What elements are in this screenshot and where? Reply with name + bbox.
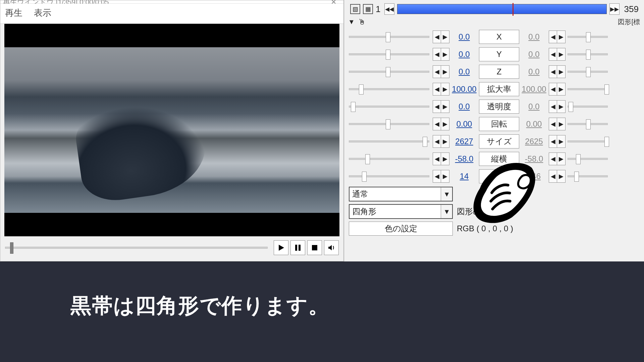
next-frame-button[interactable]: ▶▶: [609, 3, 620, 15]
stepper-right[interactable]: ◀ ▶: [549, 65, 566, 78]
stepper-left[interactable]: ◀ ▶: [433, 153, 449, 165]
param-value-right[interactable]: 100.00: [521, 84, 547, 94]
step-up-icon[interactable]: ▶: [557, 101, 565, 113]
step-down-icon[interactable]: ◀: [433, 135, 441, 147]
step-down-icon[interactable]: ◀: [549, 153, 557, 165]
param-slider-left[interactable]: [349, 158, 429, 160]
step-down-icon[interactable]: ◀: [549, 101, 557, 113]
param-slider-right[interactable]: [568, 175, 608, 177]
slider-thumb[interactable]: [365, 154, 370, 164]
slider-thumb[interactable]: [351, 102, 356, 112]
stepper-right[interactable]: ◀ ▶: [549, 31, 566, 43]
param-slider-left[interactable]: [349, 106, 429, 108]
sound-button[interactable]: [324, 240, 339, 255]
grid-icon[interactable]: ▦: [363, 4, 373, 14]
param-value-right[interactable]: 0.0: [521, 50, 547, 59]
step-down-icon[interactable]: ◀: [549, 135, 557, 147]
stepper-right[interactable]: ◀ ▶: [549, 153, 566, 165]
step-up-icon[interactable]: ▶: [441, 83, 449, 95]
param-slider-left[interactable]: [349, 175, 429, 177]
slider-thumb[interactable]: [359, 84, 364, 95]
stepper-right[interactable]: ◀ ▶: [549, 83, 566, 96]
prev-frame-button[interactable]: ◀◀: [384, 3, 394, 15]
shape-type-select[interactable]: 四角形 ▾: [349, 204, 453, 219]
clip-icon[interactable]: ▧: [350, 4, 360, 14]
slider-thumb[interactable]: [386, 119, 390, 129]
stop-button[interactable]: [307, 240, 322, 255]
step-up-icon[interactable]: ▶: [441, 48, 449, 60]
step-up-icon[interactable]: ▶: [441, 153, 449, 165]
param-value-right[interactable]: 0.0: [521, 32, 547, 42]
slider-thumb[interactable]: [586, 67, 591, 77]
collapse-toggle[interactable]: ▼: [348, 18, 355, 26]
param-slider-right[interactable]: [568, 123, 608, 125]
slider-thumb[interactable]: [386, 50, 390, 60]
step-down-icon[interactable]: ◀: [549, 170, 557, 182]
param-slider-left[interactable]: [349, 140, 429, 142]
param-slider-right[interactable]: [568, 71, 608, 73]
stepper-left[interactable]: ◀ ▶: [433, 83, 449, 96]
stepper-right[interactable]: ◀ ▶: [549, 118, 566, 130]
stepper-right[interactable]: ◀ ▶: [549, 100, 566, 113]
step-up-icon[interactable]: ▶: [557, 31, 565, 43]
param-slider-left[interactable]: [349, 71, 429, 73]
slider-thumb[interactable]: [569, 102, 573, 112]
step-up-icon[interactable]: ▶: [441, 170, 449, 182]
slider-thumb[interactable]: [586, 50, 591, 60]
param-name-button[interactable]: Z: [479, 65, 519, 79]
slider-thumb[interactable]: [574, 172, 579, 182]
param-value-left[interactable]: -58.0: [451, 154, 477, 164]
param-slider-left[interactable]: [349, 123, 429, 125]
menu-view[interactable]: 表示: [34, 7, 51, 19]
slider-thumb[interactable]: [604, 137, 609, 147]
param-value-left[interactable]: 0.0: [451, 50, 477, 59]
step-down-icon[interactable]: ◀: [433, 118, 441, 130]
step-up-icon[interactable]: ▶: [557, 135, 565, 147]
param-slider-left[interactable]: [349, 36, 429, 38]
step-down-icon[interactable]: ◀: [433, 101, 441, 113]
param-value-left[interactable]: 100.00: [451, 84, 477, 94]
step-down-icon[interactable]: ◀: [433, 153, 441, 165]
stepper-left[interactable]: ◀ ▶: [433, 31, 449, 43]
slider-thumb[interactable]: [604, 84, 609, 95]
step-down-icon[interactable]: ◀: [433, 170, 441, 182]
param-slider-left[interactable]: [349, 88, 429, 90]
param-slider-right[interactable]: [568, 36, 608, 38]
chevron-down-icon[interactable]: ▾: [441, 205, 452, 218]
param-name-button[interactable]: 透明度: [479, 100, 519, 114]
param-value-left[interactable]: 0.0: [451, 102, 477, 111]
step-down-icon[interactable]: ◀: [433, 66, 441, 78]
param-slider-left[interactable]: [349, 53, 429, 55]
param-slider-right[interactable]: [568, 88, 608, 90]
slider-thumb[interactable]: [586, 119, 591, 129]
step-up-icon[interactable]: ▶: [557, 118, 565, 130]
step-down-icon[interactable]: ◀: [549, 66, 557, 78]
seek-thumb[interactable]: [10, 242, 13, 254]
stepper-left[interactable]: ◀ ▶: [433, 118, 449, 130]
step-up-icon[interactable]: ▶: [441, 31, 449, 43]
param-name-button[interactable]: 回転: [479, 117, 519, 131]
param-value-right[interactable]: 0.0: [521, 102, 547, 111]
step-up-icon[interactable]: ▶: [441, 66, 449, 78]
slider-thumb[interactable]: [423, 137, 427, 147]
slider-thumb[interactable]: [576, 154, 581, 164]
stepper-left[interactable]: ◀ ▶: [433, 135, 449, 148]
param-name-button[interactable]: Y: [479, 47, 519, 61]
step-down-icon[interactable]: ◀: [549, 31, 557, 43]
blend-mode-select[interactable]: 通常 ▾: [349, 187, 453, 201]
slider-thumb[interactable]: [586, 32, 591, 42]
menu-play[interactable]: 再生: [5, 7, 22, 19]
param-slider-right[interactable]: [568, 158, 608, 160]
param-slider-right[interactable]: [568, 53, 608, 55]
step-up-icon[interactable]: ▶: [557, 83, 565, 95]
param-value-left[interactable]: 2627: [451, 137, 477, 146]
step-up-icon[interactable]: ▶: [441, 101, 449, 113]
stepper-right[interactable]: ◀ ▶: [549, 48, 566, 61]
stepper-left[interactable]: ◀ ▶: [433, 170, 449, 183]
param-name-button[interactable]: サイズ: [479, 134, 519, 148]
param-value-left[interactable]: 0.0: [451, 32, 477, 42]
pause-button[interactable]: [290, 240, 305, 255]
stepper-left[interactable]: ◀ ▶: [433, 65, 449, 78]
param-slider-right[interactable]: [568, 106, 608, 108]
param-name-button[interactable]: X: [479, 30, 519, 44]
